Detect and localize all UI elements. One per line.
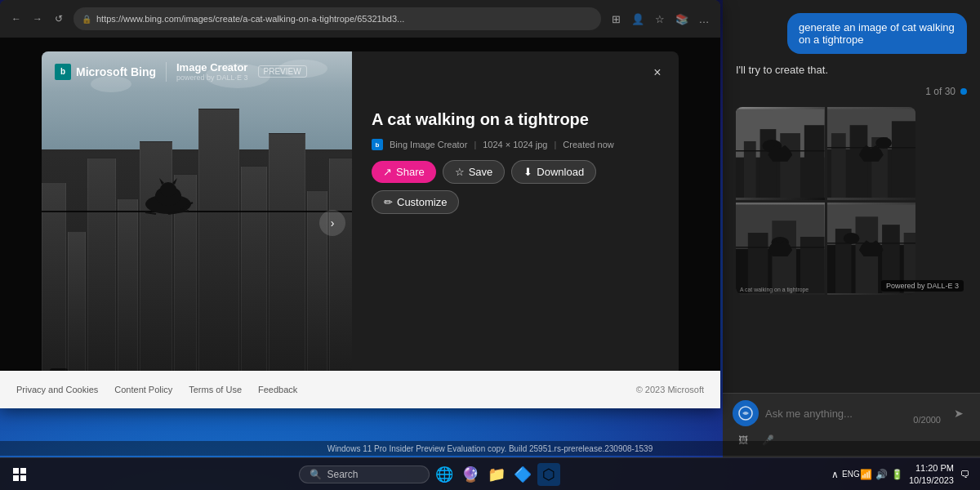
browser-toolbar-right: ⊞ 👤 ☆ 📚 … [606,9,714,29]
thumbnail-1[interactable] [736,107,825,200]
lang-label: ENG [842,470,860,479]
next-image-arrow[interactable]: › [319,210,345,236]
browser-content: b Microsoft Bing Image Creator powered b… [0,38,720,408]
customize-button[interactable]: ✏ Customize [372,190,459,214]
start-button[interactable] [7,461,33,488]
favorites-button[interactable]: ☆ [650,9,670,29]
meta-creator: Bing Image Creator [390,140,467,149]
save-button[interactable]: ☆ Save [443,160,506,184]
share-button[interactable]: ↗ Share [372,161,436,183]
meta-created: Created now [563,140,613,149]
image-creator-title: Image Creator [176,61,248,74]
save-label: Save [469,166,493,178]
footer-content-policy-link[interactable]: Content Policy [114,385,172,394]
svg-rect-27 [772,220,796,293]
svg-rect-42 [20,468,26,474]
taskbar-left [0,461,39,488]
thumbnail-grid[interactable]: A cat walking on a tightrope [736,107,915,295]
profile-button[interactable]: 👤 [628,9,648,29]
counter-dot [960,88,967,95]
download-icon: ⬇ [523,166,532,178]
taskbar-app-icon[interactable]: ⬡ [537,463,560,486]
date-text: 10/19/2023 [909,474,954,486]
chat-messages: generate an image of cat walking on a ti… [723,0,980,393]
taskbar-edge-2-icon[interactable]: 🔷 [511,463,534,486]
lang-icon[interactable]: ENG [844,468,858,481]
time-text: 11:20 PM [909,462,954,474]
building [87,158,116,394]
svg-rect-18 [831,133,845,198]
svg-point-2 [160,182,176,197]
chat-input-row: 0/2000 ➤ [733,400,970,426]
system-tray-icons: ∧ ENG 📶 🔊 🔋 [829,468,904,481]
cat-image [42,51,352,394]
settings-button[interactable]: … [694,9,714,29]
notification-icon[interactable]: 🗨 [959,468,972,481]
battery-icon[interactable]: 🔋 [891,468,904,481]
bing-logo: b Microsoft Bing [55,64,156,80]
download-button[interactable]: ⬇ Download [511,160,596,184]
win-bar-text: Windows 11 Pro Insider Preview Evaluatio… [7,444,973,453]
extensions-button[interactable]: ⊞ [606,9,626,29]
customize-label: Customize [397,196,447,208]
taskbar-explorer-icon[interactable]: 📁 [485,463,508,486]
building [198,109,239,394]
volume-icon[interactable]: 🔊 [875,468,889,481]
building [269,133,305,394]
svg-point-23 [875,137,892,149]
footer-copyright: © 2023 Microsoft [636,385,704,394]
network-icon[interactable]: 📶 [860,468,873,481]
chat-panel: generate an image of cat walking on a ti… [723,0,980,457]
bot-message: I'll try to create that. [736,64,828,76]
dalle-badge: Powered by DALL-E 3 [881,280,964,292]
image-meta: b Bing Image Creator | 1024 × 1024 jpg |… [372,139,659,150]
url-text: https://www.bing.com/images/create/a-cat… [96,14,404,24]
customize-icon: ✏ [384,196,393,208]
search-label: Search [327,469,358,480]
refresh-button[interactable]: ↺ [49,9,69,29]
thumbnail-3[interactable]: A cat walking on a tightrope [736,203,825,296]
svg-rect-35 [855,216,878,293]
tightrope [42,211,352,212]
taskbar-cortana-icon[interactable]: 🔮 [459,463,482,486]
building [329,158,352,394]
svg-rect-11 [760,129,777,198]
meta-dot-2: | [554,140,556,149]
image-creator-subtitle: powered by DALL·E 3 [176,74,248,82]
user-message: generate an image of cat walking on a ti… [787,13,967,54]
chat-input[interactable] [765,404,906,423]
clock-display[interactable]: 11:20 PM 10/19/2023 [909,462,954,486]
windows-logo-icon [13,468,26,481]
taskbar-edge-icon[interactable]: 🌐 [433,463,456,486]
svg-rect-26 [748,233,768,293]
footer-terms-link[interactable]: Terms of Use [189,385,242,394]
send-button[interactable]: ➤ [947,402,970,425]
thumbnail-2[interactable] [827,107,916,200]
svg-rect-12 [780,133,800,198]
svg-rect-43 [13,475,19,481]
counter-text: 1 of 30 [925,86,956,97]
bing-label: Microsoft Bing [76,65,156,78]
svg-point-39 [843,233,859,244]
back-button[interactable]: ← [7,9,26,29]
share-icon: ↗ [383,166,392,178]
svg-rect-28 [800,236,825,292]
forward-button[interactable]: → [28,9,47,29]
address-bar[interactable]: 🔒 https://www.bing.com/images/create/a-c… [74,7,601,30]
browser-chrome: ← → ↺ 🔒 https://www.bing.com/images/crea… [0,0,720,38]
footer-privacy-link[interactable]: Privacy and Cookies [16,385,98,394]
svg-rect-41 [13,468,19,474]
footer-feedback-link[interactable]: Feedback [258,385,297,394]
thumb3-svg: A cat walking on a tightrope [736,203,825,296]
collections-button[interactable]: 📚 [672,9,692,29]
close-modal-button[interactable]: × [646,61,669,84]
image-title: A cat walking on a tightrope [372,110,659,129]
chevron-up-icon[interactable]: ∧ [829,468,842,481]
lock-icon: 🔒 [82,15,91,24]
meta-dot-1: | [474,140,476,149]
taskbar-center: 🔍 Search 🌐 🔮 📁 🔷 ⬡ [39,463,821,486]
building [118,198,138,394]
save-icon: ☆ [455,166,465,178]
taskbar-search-bar[interactable]: 🔍 Search [299,466,430,483]
browser-window: ← → ↺ 🔒 https://www.bing.com/images/crea… [0,0,720,408]
